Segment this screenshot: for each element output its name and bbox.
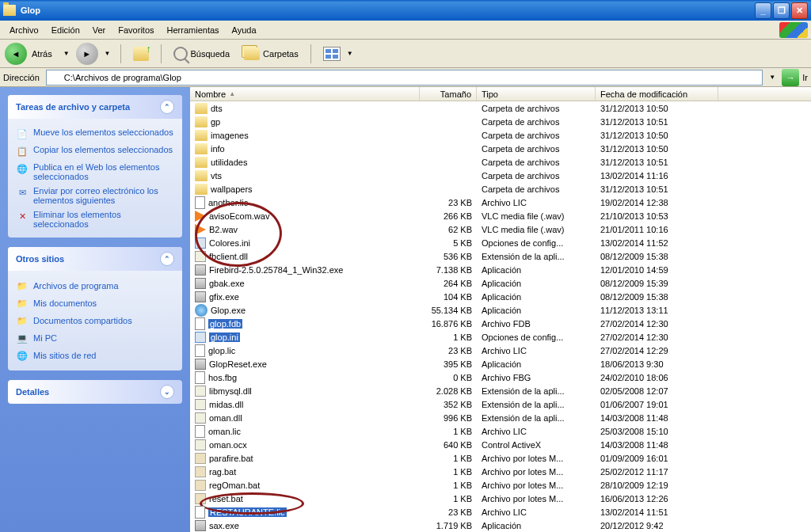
file-type: Aplicación xyxy=(477,265,596,275)
column-headers: Nombre▲ Tamaño Tipo Fecha de modificació… xyxy=(190,87,811,101)
folders-button[interactable]: Carpetas xyxy=(238,44,304,64)
file-row[interactable]: B2.wav 62 KB VLC media file (.wav) 21/01… xyxy=(190,222,811,236)
menu-bar: Archivo Edición Ver Favoritos Herramient… xyxy=(0,21,811,40)
file-name: fbclient.dll xyxy=(209,252,248,261)
file-icon xyxy=(195,317,205,330)
place-item[interactable]: 🌐Mis sitios de red xyxy=(16,347,174,364)
folder-icon xyxy=(195,116,208,127)
maximize-button[interactable]: ❐ xyxy=(773,2,790,19)
file-row[interactable]: hos.fbg 0 KB Archivo FBG 24/02/2010 18:0… xyxy=(190,370,811,384)
file-row[interactable]: Colores.ini 5 KB Opciones de config... 1… xyxy=(190,236,811,249)
menu-archivo[interactable]: Archivo xyxy=(3,23,45,37)
task-item[interactable]: ✉Enviar por correo electrónico los eleme… xyxy=(16,184,174,207)
go-button[interactable]: → xyxy=(782,69,799,86)
task-item[interactable]: 🌐Publica en el Web los elementos selecci… xyxy=(16,160,174,184)
menu-favoritos[interactable]: Favoritos xyxy=(112,23,160,37)
file-row[interactable]: utilidades Carpeta de archivos 31/12/201… xyxy=(190,155,811,169)
file-row[interactable]: reset.bat 1 KB Archivo por lotes M... 16… xyxy=(190,492,811,505)
back-label: Atrás xyxy=(30,49,57,59)
task-item[interactable]: 📋Copiar los elementos seleccionados xyxy=(16,142,174,160)
file-row[interactable]: vts Carpeta de archivos 13/02/2014 11:16 xyxy=(190,169,811,182)
menu-ver[interactable]: Ver xyxy=(86,23,112,37)
place-label: Mis documentos xyxy=(33,298,97,308)
file-row[interactable]: another.lic 23 KB Archivo LIC 19/02/2014… xyxy=(190,196,811,209)
file-name: parafire.bat xyxy=(209,454,253,463)
file-size: 395 KB xyxy=(420,359,477,369)
file-row[interactable]: gp Carpeta de archivos 31/12/2013 10:51 xyxy=(190,115,811,128)
menu-edicion[interactable]: Edición xyxy=(45,23,86,37)
file-name: hos.fbg xyxy=(208,373,237,382)
place-item[interactable]: 📁Documentos compartidos xyxy=(16,312,174,329)
windows-flag-icon xyxy=(779,22,808,38)
address-input[interactable]: C:\Archivos de programa\Glop xyxy=(46,70,763,86)
place-item[interactable]: 📁Mis documentos xyxy=(16,294,174,312)
file-row[interactable]: fbclient.dll 536 KB Extensión de la apli… xyxy=(190,249,811,263)
file-date: 31/12/2013 10:50 xyxy=(596,104,718,113)
file-size: 1 KB xyxy=(420,494,477,504)
forward-button[interactable]: ► xyxy=(76,43,98,65)
forward-dropdown[interactable]: ▼ xyxy=(101,50,114,57)
place-item[interactable]: 💻Mi PC xyxy=(16,329,174,347)
folder-icon xyxy=(195,157,208,168)
col-size[interactable]: Tamaño xyxy=(420,87,477,101)
col-date[interactable]: Fecha de modificación xyxy=(596,87,718,101)
file-row[interactable]: glop.fdb 16.876 KB Archivo FDB 27/02/201… xyxy=(190,317,811,330)
dll-icon xyxy=(195,386,206,397)
back-dropdown[interactable]: ▼ xyxy=(60,50,73,57)
file-row[interactable]: gbak.exe 264 KB Aplicación 08/12/2009 15… xyxy=(190,276,811,290)
place-item[interactable]: 📁Archivos de programa xyxy=(16,277,174,294)
minimize-button[interactable]: _ xyxy=(755,2,771,19)
close-button[interactable]: ✕ xyxy=(791,2,808,19)
file-type: Aplicación xyxy=(477,306,596,315)
file-row[interactable]: glop.lic 23 KB Archivo LIC 27/02/2014 12… xyxy=(190,344,811,357)
file-row[interactable]: oman.lic 1 KB Archivo LIC 25/03/2008 15:… xyxy=(190,424,811,438)
col-type[interactable]: Tipo xyxy=(477,87,596,101)
file-row[interactable]: libmysql.dll 2.028 KB Extensión de la ap… xyxy=(190,384,811,397)
file-row[interactable]: rag.bat 1 KB Archivo por lotes M... 25/0… xyxy=(190,465,811,478)
file-row[interactable]: midas.dll 352 KB Extensión de la apli...… xyxy=(190,397,811,411)
views-button[interactable]: ▼ xyxy=(318,43,362,65)
file-row[interactable]: dts Carpeta de archivos 31/12/2013 10:50 xyxy=(190,101,811,115)
dll-icon xyxy=(195,399,206,410)
file-date: 24/02/2010 18:06 xyxy=(596,373,718,382)
file-row[interactable]: imagenes Carpeta de archivos 31/12/2013 … xyxy=(190,128,811,142)
col-name[interactable]: Nombre▲ xyxy=(190,87,420,101)
file-row[interactable]: sax.exe 1.719 KB Aplicación 20/12/2012 9… xyxy=(190,519,811,532)
file-row[interactable]: regOman.bat 1 KB Archivo por lotes M... … xyxy=(190,478,811,492)
task-item[interactable]: 📄Mueve los elementos seleccionados xyxy=(16,125,174,142)
file-size: 352 KB xyxy=(420,400,477,409)
file-row[interactable]: oman.dll 996 KB Extensión de la apli... … xyxy=(190,411,811,424)
tasks-panel-header[interactable]: Tareas de archivo y carpeta ⌃ xyxy=(8,95,182,119)
file-row[interactable]: avisoEcom.wav 266 KB VLC media file (.wa… xyxy=(190,209,811,222)
file-row[interactable]: RESTAURANTE.lic 23 KB Archivo LIC 13/02/… xyxy=(190,505,811,519)
file-row[interactable]: info Carpeta de archivos 31/12/2013 10:5… xyxy=(190,142,811,155)
file-row[interactable]: wallpapers Carpeta de archivos 31/12/201… xyxy=(190,182,811,196)
file-type: Archivo LIC xyxy=(477,507,596,517)
file-row[interactable]: glop.ini 1 KB Opciones de config... 27/0… xyxy=(190,330,811,344)
file-row[interactable]: oman.ocx 640 KB Control ActiveX 14/03/20… xyxy=(190,438,811,451)
menu-herramientas[interactable]: Herramientas xyxy=(161,23,226,37)
task-label: Mueve los elementos seleccionados xyxy=(33,127,173,137)
file-list-pane: Nombre▲ Tamaño Tipo Fecha de modificació… xyxy=(190,87,811,532)
file-row[interactable]: GlopReset.exe 395 KB Aplicación 18/06/20… xyxy=(190,357,811,370)
file-type: Archivo por lotes M... xyxy=(477,481,596,490)
task-item[interactable]: ✕Eliminar los elementos seleccionados xyxy=(16,207,174,231)
file-row[interactable]: Glop.exe 55.134 KB Aplicación 11/12/2013… xyxy=(190,303,811,317)
file-row[interactable]: Firebird-2.5.0.25784_1_Win32.exe 7.138 K… xyxy=(190,263,811,276)
details-panel: Detalles ⌄ xyxy=(8,380,182,404)
back-button[interactable]: ◄ xyxy=(5,43,27,65)
file-name: RESTAURANTE.lic xyxy=(208,507,287,517)
file-date: 13/02/2014 11:51 xyxy=(596,507,718,517)
file-date: 31/12/2013 10:50 xyxy=(596,144,718,154)
file-row[interactable]: parafire.bat 1 KB Archivo por lotes M...… xyxy=(190,451,811,465)
file-row[interactable]: gfix.exe 104 KB Aplicación 08/12/2009 15… xyxy=(190,290,811,303)
file-size: 266 KB xyxy=(420,211,477,221)
places-panel-header[interactable]: Otros sitios ⌃ xyxy=(8,247,182,271)
up-button[interactable] xyxy=(128,43,154,65)
search-button[interactable]: Búsqueda xyxy=(168,43,236,65)
menu-ayuda[interactable]: Ayuda xyxy=(226,23,263,37)
details-panel-header[interactable]: Detalles ⌄ xyxy=(8,380,182,404)
chevron-up-icon: ⌃ xyxy=(160,100,174,114)
file-date: 31/12/2013 10:50 xyxy=(596,131,718,140)
address-dropdown[interactable]: ▼ xyxy=(766,74,779,81)
